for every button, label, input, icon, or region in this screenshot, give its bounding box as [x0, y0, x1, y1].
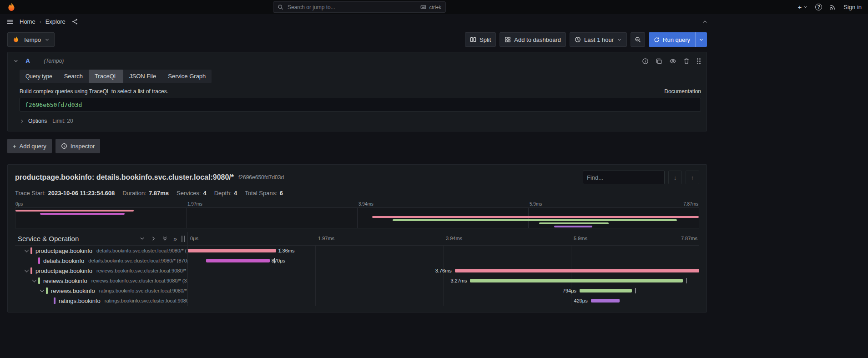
minimap-tick: 7.87ms	[683, 202, 698, 207]
inspector-button[interactable]: Inspector	[56, 139, 100, 153]
time-range-picker[interactable]: Last 1 hour	[570, 32, 627, 47]
span-duration-label: 794μs	[563, 288, 576, 293]
options-toggle[interactable]: Options Limit: 20	[20, 118, 701, 124]
news-rss-button[interactable]	[829, 4, 836, 10]
breadcrumb-item-home[interactable]: Home	[20, 18, 35, 25]
grafana-logo[interactable]	[6, 2, 16, 12]
find-input[interactable]	[583, 171, 665, 184]
minimap-tick: 1.97ms	[187, 202, 202, 207]
query-row-header: A (Tempo)	[8, 52, 707, 70]
span-bar	[591, 299, 620, 303]
inspector-label: Inspector	[71, 143, 95, 150]
minimap-tick-labels: 0μs1.97ms3.94ms5.9ms7.87ms	[15, 201, 699, 207]
trace-id: f2696e650fd7d03d	[238, 174, 284, 181]
waterfall-header: Service & Operation » 0μs1.97ms3.94ms5.9…	[15, 232, 699, 246]
span-duration-label: 3.27ms	[450, 278, 467, 283]
collapse-all-icon[interactable]	[162, 236, 168, 242]
minimap-tick: 3.94ms	[358, 202, 373, 207]
operation-name: details.bookinfo.svc.cluster.local:9080/…	[88, 258, 187, 263]
column-resize-handle[interactable]	[182, 236, 185, 242]
delete-query-trash-icon[interactable]	[683, 58, 690, 65]
minimap-span-bar	[15, 210, 134, 212]
tab-search[interactable]: Search	[58, 70, 89, 83]
span-bar	[188, 249, 276, 252]
search-input[interactable]	[287, 4, 417, 11]
duplicate-query-icon[interactable]	[656, 58, 662, 65]
run-query-button[interactable]: Run query	[649, 32, 707, 47]
zoom-out-button[interactable]	[631, 32, 645, 47]
search-shortcut: ctrl+k	[420, 4, 441, 10]
global-search[interactable]: ctrl+k	[273, 1, 446, 13]
minimap-gridline	[357, 208, 358, 228]
top-nav-right: + ? Sign in	[797, 3, 862, 11]
trace-header: productpage.bookinfo: details.bookinfo.s…	[15, 171, 699, 184]
add-query-button[interactable]: + Add query	[7, 139, 52, 153]
meta-label: Duration:	[122, 190, 146, 197]
minimap-canvas[interactable]	[15, 207, 699, 228]
span-row[interactable]: ratings.bookinforatings.bookinfo.svc.clu…	[15, 296, 699, 306]
span-row[interactable]: productpage.bookinfodetails.bookinfo.svc…	[15, 246, 699, 256]
tab-traceql[interactable]: TraceQL	[89, 70, 123, 83]
span-bar	[455, 269, 699, 272]
sign-in-link[interactable]: Sign in	[843, 4, 862, 10]
query-row-actions	[642, 58, 701, 65]
trace-minimap: 0μs1.97ms3.94ms5.9ms7.87ms	[15, 201, 699, 228]
span-row[interactable]: productpage.bookinforeviews.bookinfo.svc…	[15, 266, 699, 276]
info-icon	[61, 143, 67, 149]
find-prev-button[interactable]: ↑	[686, 171, 699, 184]
breadcrumb-item-explore[interactable]: Explore	[45, 18, 66, 25]
tab-service-graph[interactable]: Service Graph	[162, 70, 212, 83]
span-collapse-chevron	[46, 297, 54, 304]
breadcrumb-separator: ›	[40, 19, 41, 25]
operation-name: reviews.bookinfo.svc.cluster.local:9080/…	[91, 278, 187, 283]
meta-value: 4	[203, 190, 206, 197]
waterfall-header-icons: »	[139, 236, 177, 242]
find-next-button[interactable]: ↓	[668, 171, 682, 184]
service-operation-label: Service & Operation	[18, 235, 79, 242]
add-to-dashboard-button[interactable]: Add to dashboard	[500, 32, 566, 47]
toggle-visibility-eye-icon[interactable]	[669, 58, 676, 65]
options-summary: Limit: 20	[52, 118, 73, 124]
share-icon[interactable]	[71, 18, 78, 25]
meta-label: Trace Start:	[15, 190, 45, 197]
toolbar-right: Split Add to dashboard Last 1 hour Run q…	[465, 32, 707, 47]
datasource-picker[interactable]: Tempo	[7, 32, 55, 47]
minimap-span-bar	[40, 213, 125, 215]
span-name-cell: productpage.bookinforeviews.bookinfo.svc…	[15, 266, 188, 276]
collapse-one-icon[interactable]	[139, 236, 145, 242]
timeline-ticks: 0μs1.97ms3.94ms5.9ms7.87ms	[188, 232, 699, 245]
query-help-icon[interactable]	[642, 58, 649, 65]
timeline-tick: 1.97ms	[318, 236, 334, 241]
drag-handle-icon[interactable]	[697, 58, 698, 60]
documentation-link[interactable]: Documentation	[664, 88, 701, 95]
span-row[interactable]: reviews.bookinforeviews.bookinfo.svc.clu…	[15, 276, 699, 286]
arrow-up-icon: ↑	[691, 174, 694, 181]
span-row[interactable]: reviews.bookinforatings.bookinfo.svc.clu…	[15, 286, 699, 296]
traceql-query-input[interactable]	[24, 101, 696, 109]
span-row[interactable]: details.bookinfodetails.bookinfo.svc.clu…	[15, 256, 699, 266]
minimap-gridline	[528, 208, 529, 228]
span-collapse-chevron[interactable]	[31, 277, 38, 284]
meta-label: Total Spans:	[245, 190, 278, 197]
help-button[interactable]: ?	[815, 4, 822, 10]
query-ref-id[interactable]: A	[25, 57, 30, 65]
span-timeline-cell: 3.76ms	[188, 266, 699, 276]
span-duration-label: 420μs	[574, 298, 588, 303]
split-button[interactable]: Split	[465, 32, 496, 47]
kiosk-mode-toggle[interactable]	[702, 19, 708, 25]
span-collapse-chevron[interactable]	[39, 287, 46, 294]
breadcrumb: Home›Explore	[20, 18, 66, 25]
timeline-tick: 5.9ms	[574, 236, 587, 241]
span-collapse-chevron[interactable]	[23, 247, 30, 254]
collapse-query-chevron[interactable]	[13, 58, 19, 64]
zoom-out-icon	[635, 36, 641, 43]
expand-one-icon[interactable]	[151, 236, 156, 242]
expand-all-icon[interactable]: »	[173, 236, 177, 242]
minimap-span-bar	[393, 219, 677, 221]
span-collapse-chevron[interactable]	[23, 267, 30, 274]
run-query-dropdown[interactable]	[695, 32, 707, 47]
tab-json-file[interactable]: JSON File	[123, 70, 162, 83]
hamburger-menu-icon[interactable]	[6, 18, 14, 25]
new-menu-button[interactable]: +	[797, 3, 808, 11]
timeline-tick: 7.87ms	[681, 236, 697, 241]
